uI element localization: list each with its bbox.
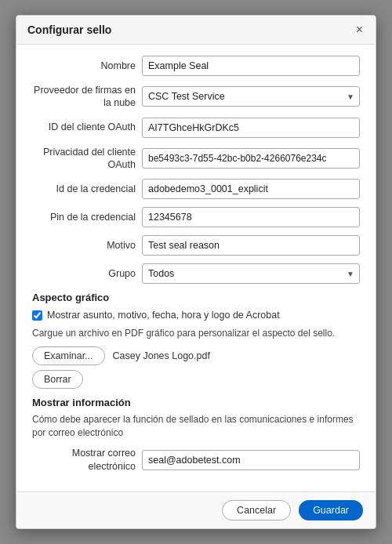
graphic-section-title: Aspecto gráfico — [32, 292, 360, 303]
grupo-select-wrapper: Todos ▼ — [142, 263, 360, 284]
oauth-privacy-input[interactable] — [142, 148, 360, 169]
file-row: Examinar... Casey Jones Logo.pdf — [32, 346, 360, 365]
oauth-id-input[interactable] — [142, 118, 360, 138]
correo-row: Mostrar correo electrónico — [32, 447, 360, 473]
close-button[interactable]: × — [354, 24, 365, 36]
grupo-label: Grupo — [32, 267, 142, 280]
oauth-id-row: ID del cliente OAuth — [32, 118, 360, 138]
credencial-id-label: Id de la credencial — [32, 183, 142, 195]
proveedor-select[interactable]: CSC Test Service — [142, 86, 360, 107]
dialog-title: Configurar sello — [27, 24, 111, 36]
nombre-input[interactable] — [142, 56, 360, 76]
nombre-row: Nombre — [32, 56, 360, 76]
credencial-pin-input[interactable] — [142, 207, 360, 227]
credencial-id-row: Id de la credencial — [32, 179, 360, 199]
grupo-row: Grupo Todos ▼ — [32, 263, 360, 284]
proveedor-label: Proveedor de firmas en la nube — [32, 84, 142, 110]
oauth-privacy-label: Privacidad del cliente OAuth — [32, 146, 142, 172]
credencial-pin-row: Pin de la credencial — [32, 207, 360, 227]
file-name: Casey Jones Logo.pdf — [113, 350, 210, 361]
oauth-privacy-row: Privacidad del cliente OAuth — [32, 146, 360, 172]
cancel-button[interactable]: Cancelar — [222, 500, 291, 520]
borrar-button[interactable]: Borrar — [32, 370, 83, 389]
dialog-footer: Cancelar Guardar — [16, 491, 376, 528]
dialog-body: Nombre Proveedor de firmas en la nube CS… — [16, 45, 376, 491]
nombre-label: Nombre — [32, 60, 142, 72]
motivo-label: Motivo — [32, 239, 142, 252]
info-hint: Cómo debe aparecer la función de sellado… — [32, 413, 360, 440]
proveedor-select-wrapper: CSC Test Service ▼ — [142, 86, 360, 107]
graphic-hint: Cargue un archivo en PDF gráfico para pe… — [32, 327, 360, 340]
info-section-title: Mostrar información — [32, 397, 360, 408]
correo-input[interactable] — [142, 450, 360, 470]
proveedor-row: Proveedor de firmas en la nube CSC Test … — [32, 84, 360, 110]
motivo-input[interactable] — [142, 235, 360, 256]
grupo-select[interactable]: Todos — [142, 263, 360, 284]
save-button[interactable]: Guardar — [299, 500, 363, 520]
examinar-button[interactable]: Examinar... — [32, 346, 105, 365]
checkbox-row: Mostrar asunto, motivo, fecha, hora y lo… — [32, 310, 360, 321]
credencial-pin-label: Pin de la credencial — [32, 211, 142, 223]
dialog-header: Configurar sello × — [16, 16, 376, 45]
show-details-checkbox[interactable] — [32, 310, 42, 321]
credencial-id-input[interactable] — [142, 179, 360, 199]
show-details-label: Mostrar asunto, motivo, fecha, hora y lo… — [47, 310, 280, 321]
motivo-row: Motivo — [32, 235, 360, 256]
correo-label: Mostrar correo electrónico — [32, 447, 142, 473]
oauth-id-label: ID del cliente OAuth — [32, 121, 142, 133]
configure-seal-dialog: Configurar sello × Nombre Proveedor de f… — [16, 15, 376, 529]
